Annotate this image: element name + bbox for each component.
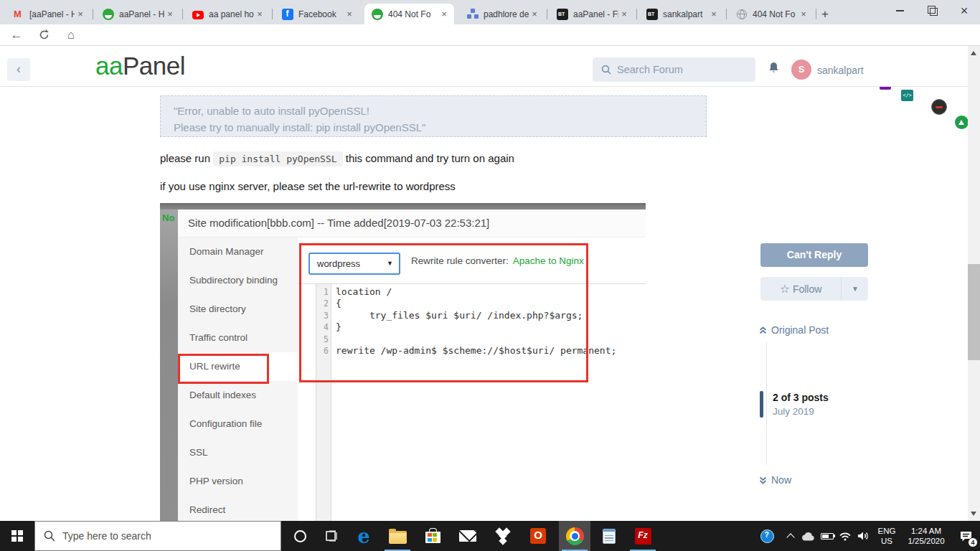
menu-item-default-indexes[interactable]: Default indexes [178, 381, 298, 410]
new-tab-button[interactable]: + [816, 6, 834, 23]
window-restore-button[interactable] [917, 0, 948, 22]
mail-icon [459, 530, 476, 542]
tab-aapanel-forum[interactable]: aaPanel - Fr × [550, 4, 634, 24]
page-scrollbar[interactable] [968, 46, 980, 521]
menu-item-site-directory[interactable]: Site directory [178, 295, 298, 324]
menu-item-ssl[interactable]: SSL [178, 438, 298, 467]
back-nav-icon[interactable]: ← [7, 27, 26, 44]
windows-taskbar: ENG US 1:24 AM 1/25/2020 4 [0, 521, 980, 551]
forum-search-box[interactable] [593, 57, 755, 82]
tab-close-icon[interactable]: × [529, 9, 540, 20]
tab-close-icon[interactable]: × [708, 9, 720, 20]
tab-youtube[interactable]: aa panel ho × [185, 4, 270, 24]
dialog-content: wordpress ▼ Rewrite rule converter:Apach… [298, 237, 646, 521]
rewrite-template-dropdown[interactable]: wordpress ▼ [308, 253, 400, 275]
tab-close-icon[interactable]: × [344, 9, 355, 20]
tab-404-other[interactable]: 404 Not Fo × [729, 4, 814, 24]
menu-item-configuration-file[interactable]: Configuration file [178, 410, 298, 438]
tray-clock[interactable]: 1:24 AM 1/25/2020 [901, 521, 951, 551]
search-icon [601, 65, 611, 75]
dropbox-icon [494, 528, 512, 544]
tab-active-404[interactable]: 404 Not Fo × [364, 4, 454, 24]
tab-close-icon[interactable]: × [438, 9, 450, 20]
cortana-button[interactable] [284, 521, 316, 551]
post-timeline [766, 342, 767, 465]
start-button[interactable] [0, 521, 34, 551]
tab-close-icon[interactable]: × [75, 9, 86, 20]
tab-title: sankalpart [663, 9, 708, 19]
notepad-icon [603, 529, 616, 544]
forum-logo[interactable]: aaPanel [95, 52, 185, 80]
scrollbar-down-arrow[interactable] [971, 512, 976, 516]
post-embedded-screenshot[interactable]: No Site modification[bbb.com] -- Time ad… [160, 203, 646, 521]
tab-close-icon[interactable]: × [798, 9, 809, 20]
action-center-button[interactable]: 4 [951, 521, 980, 551]
taskbar-notepad-button[interactable] [593, 521, 625, 551]
taskbar-store-button[interactable] [417, 521, 448, 551]
timeline-scrubber[interactable] [760, 391, 763, 418]
extension-idm-icon[interactable] [955, 116, 969, 129]
taskbar-dropbox-button[interactable] [487, 521, 519, 551]
tab-facebook[interactable]: Facebook × [275, 4, 359, 24]
window-minimize-button[interactable] [884, 0, 915, 22]
browser-profile-avatar[interactable] [931, 99, 947, 115]
menu-item-domain-manager[interactable]: Domain Manager [178, 237, 298, 266]
tab-close-icon[interactable]: × [618, 9, 630, 20]
tab-aapanel-home[interactable]: aaPanel - H × [95, 4, 180, 24]
tray-volume-button[interactable] [852, 521, 874, 551]
tab-sankalpart[interactable]: sankalpart × [639, 4, 724, 24]
username-label[interactable]: sankalpart [817, 65, 864, 76]
menu-item-url-rewrite[interactable]: URL rewirte [178, 352, 298, 381]
quote-line-2: Please try to manually install: pip inst… [174, 119, 693, 136]
office-icon [530, 528, 546, 544]
taskbar-mail-button[interactable] [452, 521, 484, 551]
menu-item-subdirectory-binding[interactable]: Subdirectory binding [178, 266, 298, 295]
taskbar-office-button[interactable] [522, 521, 554, 551]
clock-date: 1/25/2020 [901, 536, 951, 546]
scrollbar-thumb[interactable] [968, 264, 980, 360]
taskbar-chrome-button[interactable] [559, 521, 590, 551]
browser-tab-strip: [aaPanel - H × aaPanel - H × aa panel ho… [0, 0, 980, 24]
task-view-button[interactable] [316, 521, 347, 551]
apache-to-nginx-link[interactable]: Apache to Nginx [513, 255, 584, 266]
forum-back-button[interactable]: ‹ [7, 58, 30, 81]
scrollbar-up-arrow[interactable] [971, 51, 976, 55]
dialog-title: Site modification[bbb.com] -- Time added… [188, 217, 489, 229]
tab-close-icon[interactable]: × [254, 9, 265, 20]
post-paragraph-1: please run pip install pyOpenSSL this co… [160, 152, 514, 164]
logo-panel: Panel [123, 52, 185, 80]
menu-item-redirect[interactable]: Redirect [178, 496, 298, 521]
window-close-button[interactable] [948, 0, 980, 22]
taskbar-explorer-button[interactable] [382, 521, 413, 551]
notification-bell-icon[interactable] [768, 62, 780, 75]
menu-item-traffic-control[interactable]: Traffic control [178, 324, 298, 352]
taskbar-filezilla-button[interactable] [627, 521, 659, 551]
original-post-link[interactable]: Original Post [759, 324, 829, 336]
reload-icon[interactable] [34, 27, 53, 44]
tray-onedrive-button[interactable] [798, 521, 818, 551]
tab-padhlore[interactable]: padhlore de × [460, 4, 545, 24]
tray-language-indicator[interactable]: ENG US [872, 521, 901, 551]
follow-button[interactable]: ☆ Follow [760, 277, 842, 301]
rewrite-code-editor[interactable]: 1location / 2{ 3 try_files $uri $uri/ /i… [298, 284, 646, 521]
tab-close-icon[interactable]: × [164, 9, 176, 20]
follow-split-button: ☆ Follow ▼ [760, 277, 868, 301]
taskbar-search-box[interactable] [34, 521, 281, 551]
dropdown-value: wordpress [317, 258, 360, 269]
browser-address-bar: ← ⌂ forum.aapanel.com/d/129-404-not-foun… [0, 24, 980, 46]
cant-reply-button[interactable]: Can't Reply [760, 243, 868, 267]
home-icon[interactable]: ⌂ [62, 27, 80, 44]
tray-help-button[interactable] [755, 521, 778, 551]
user-avatar[interactable]: S [791, 60, 811, 80]
taskbar-search-input[interactable] [62, 530, 242, 542]
taskbar-edge-button[interactable] [348, 521, 380, 551]
now-link[interactable]: Now [759, 474, 791, 486]
forum-search-input[interactable] [617, 64, 739, 75]
tab-gmail[interactable]: [aaPanel - H × [6, 4, 90, 24]
cloud-icon [801, 532, 815, 541]
extension-code-icon[interactable] [901, 90, 913, 101]
code-line: } [336, 321, 341, 333]
line-number: 5 [316, 334, 329, 345]
follow-dropdown-button[interactable]: ▼ [842, 277, 868, 301]
menu-item-php-version[interactable]: PHP version [178, 467, 298, 496]
